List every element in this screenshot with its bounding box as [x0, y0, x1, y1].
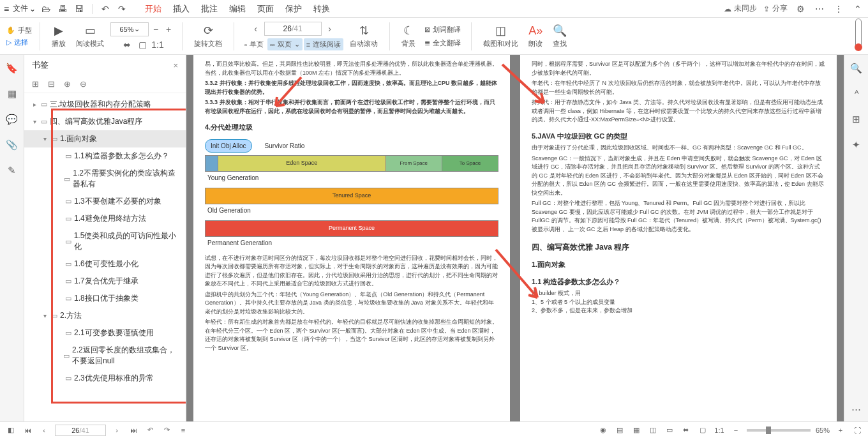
hand-tool[interactable]: ✋手型 [6, 26, 32, 35]
document-area[interactable]: 易，而且效率比较高。但是，其局限性也比较明显，即无法使用多处理器的优势，所以此收… [186, 55, 844, 421]
to-space: To Space [442, 156, 498, 171]
sync-status[interactable]: ☁未同步 [724, 3, 757, 14]
bookmark-tab-icon[interactable]: 🔖 [5, 61, 19, 75]
zoom-slider[interactable] [747, 429, 811, 432]
next-page-icon[interactable]: › [324, 23, 336, 34]
ai-panel-icon[interactable]: ✦ [849, 138, 864, 152]
find-button[interactable]: 🔍查找 [549, 22, 571, 50]
prev-page-icon[interactable]: ‹ [250, 23, 262, 34]
tab-convert[interactable]: 转换 [313, 2, 330, 16]
bookmark-item[interactable]: ▭2.3优先使用标准的异常 [24, 370, 186, 387]
bookmark-item[interactable]: ▾▭2.方法 [24, 307, 186, 324]
sidebar-toggle-icon[interactable]: ◧ [5, 425, 17, 436]
read-aloud-button[interactable]: A»朗读 [525, 23, 546, 50]
zoom-in-icon[interactable]: + [163, 24, 174, 35]
full-translate-button[interactable]: ≣ 全文翻译 [422, 37, 463, 49]
zoom-in-status-icon[interactable]: + [835, 425, 846, 436]
double-page-button[interactable]: ▫▫ 双页 ⌄ [267, 38, 303, 50]
bookmark-item[interactable]: ▭1.1构造器参数太多怎么办？ [24, 147, 186, 165]
undo-icon[interactable]: ↶ [99, 3, 112, 15]
zoom-out-status-icon[interactable]: − [730, 425, 742, 436]
view-mode1-icon[interactable]: ▤ [614, 425, 625, 436]
play-button[interactable]: ▶播放 [48, 22, 70, 50]
next-page-icon[interactable]: › [111, 425, 123, 436]
bookmark-item[interactable]: ▭2.1可变参数要谨慎使用 [24, 324, 186, 342]
background-button[interactable]: ☾背景 [398, 22, 419, 50]
settings-icon[interactable]: ⚙ [794, 3, 807, 15]
toc-icon[interactable]: ≡ [177, 425, 189, 436]
bookmark-item[interactable]: ▭1.6使可变性最小化 [24, 255, 186, 273]
bookmark-item[interactable]: ▭1.5使类和成员的可访问性最小化 [24, 227, 186, 255]
save-icon[interactable]: 🖫 [73, 3, 86, 15]
bookmark-item[interactable]: ▭1.7复合优先于继承 [24, 273, 186, 290]
first-page-icon[interactable]: ⏮ [22, 425, 33, 436]
word-translate-button[interactable]: ⊠ 划词翻译 [422, 24, 463, 36]
signature-tab-icon[interactable]: ✎ [5, 163, 19, 177]
actual-size-icon[interactable]: 1:1 [152, 39, 163, 50]
view-mode4-icon[interactable]: ▭ [664, 425, 675, 436]
collapse-all-icon[interactable]: ⊟ [48, 79, 55, 89]
continuous-button[interactable]: ≡ 连续阅读 [304, 38, 343, 50]
tab-annotate[interactable]: 批注 [201, 2, 218, 16]
bookmark-item[interactable]: ▾▭1.面向对象 [24, 130, 186, 147]
forward-icon[interactable]: ↷ [161, 425, 172, 436]
tab-start[interactable]: 开始 [145, 2, 161, 16]
bookmark-item[interactable]: ▭1.4避免使用终结方法 [24, 210, 186, 227]
page-input-status[interactable]: 26/41 [55, 425, 106, 436]
last-page-icon[interactable]: ⏭ [128, 425, 139, 436]
zoom-value-status[interactable]: 65% [816, 427, 830, 434]
eye-protect-icon[interactable]: ◉ [597, 425, 609, 436]
prev-page-icon[interactable]: ‹ [38, 425, 50, 436]
fullscreen-icon[interactable]: ⛶ [851, 425, 863, 436]
select-tool[interactable]: ▷选择 [6, 38, 32, 47]
translate-panel-icon[interactable]: ᴬ [849, 87, 864, 101]
bookmark-item[interactable]: ▾▭四、编写高效优雅Java程序 [24, 113, 186, 130]
bookmark-item[interactable]: ▭2.2返回零长度的数组或集合，不要返回null [24, 342, 186, 370]
expand-all-icon[interactable]: ⊞ [32, 79, 39, 89]
share-button[interactable]: ⇪分享 [763, 3, 788, 14]
view-mode3-icon[interactable]: ◫ [647, 425, 659, 436]
fit-width-icon[interactable]: ⬌ [121, 39, 133, 50]
hamburger-icon[interactable]: ≡ [4, 4, 9, 14]
page-input[interactable]: 26/41 [264, 22, 322, 36]
attachment-tab-icon[interactable]: 📎 [5, 138, 19, 152]
tab-insert[interactable]: 插入 [173, 2, 190, 16]
file-menu[interactable]: 文件 ⌄ [13, 3, 36, 14]
tab-page[interactable]: 页面 [257, 2, 274, 16]
screenshot-button[interactable]: ◫截图和对比 [479, 22, 522, 50]
print-icon[interactable]: 🖶 [56, 3, 69, 15]
tab-protect[interactable]: 保护 [285, 2, 302, 16]
thumbnail-tab-icon[interactable]: ▦ [5, 87, 19, 101]
view-mode2-icon[interactable]: ▦ [631, 425, 642, 436]
more-icon[interactable]: ⋮ [832, 3, 845, 15]
comment-tab-icon[interactable]: 💬 [5, 112, 19, 126]
bookmark-title: 书签 [32, 59, 49, 71]
feedback-icon[interactable]: ⋯ [813, 3, 826, 15]
zoom-combo[interactable]: 65% ⌄ [110, 22, 149, 36]
search-panel-icon[interactable]: 🔍 [849, 61, 864, 75]
single-page-button[interactable]: ▫ 单页 [242, 38, 266, 50]
bookmark-item[interactable]: ▸▭三.垃圾回收器和内存分配策略 [24, 96, 186, 113]
rotate-button[interactable]: ⟳旋转文档 [190, 22, 226, 50]
close-icon[interactable]: × [173, 61, 178, 70]
bookmark-item[interactable]: ▭1.8接口优于抽象类 [24, 290, 186, 307]
delete-bookmark-icon[interactable]: ⊖ [80, 79, 87, 89]
more-panel-icon[interactable]: ⋯ [849, 402, 864, 416]
fit-width-status-icon[interactable]: ⬌ [680, 425, 692, 436]
back-icon[interactable]: ↶ [144, 425, 156, 436]
open-icon[interactable]: 🗁 [40, 3, 52, 15]
tools-panel-icon[interactable]: ⊞ [849, 112, 864, 126]
fit-page-status-icon[interactable]: ▢ [697, 425, 708, 436]
redo-icon[interactable]: ↷ [116, 3, 128, 15]
fit-page-icon[interactable]: ▢ [137, 39, 148, 50]
doc-text: 易，而且效率比较高。但是，其局限性也比较明显，即无法使用多处理器的优势，所以此收… [205, 60, 498, 77]
bookmark-item[interactable]: ▭1.2不需要实例化的类应该构造器私有 [24, 165, 186, 193]
bookmark-item[interactable]: ▭1.3不要创建不必要的对象 [24, 193, 186, 210]
add-bookmark-icon[interactable]: ⊕ [64, 79, 71, 89]
collapse-icon[interactable]: ⌃ [851, 3, 864, 15]
zoom-out-icon[interactable]: − [150, 24, 161, 35]
actual-size-status-icon[interactable]: 1:1 [714, 425, 725, 436]
auto-scroll-button[interactable]: ⇅自动滚动 [346, 22, 382, 50]
read-mode-button[interactable]: ▭阅读模式 [72, 22, 108, 50]
tab-edit[interactable]: 编辑 [229, 2, 246, 16]
